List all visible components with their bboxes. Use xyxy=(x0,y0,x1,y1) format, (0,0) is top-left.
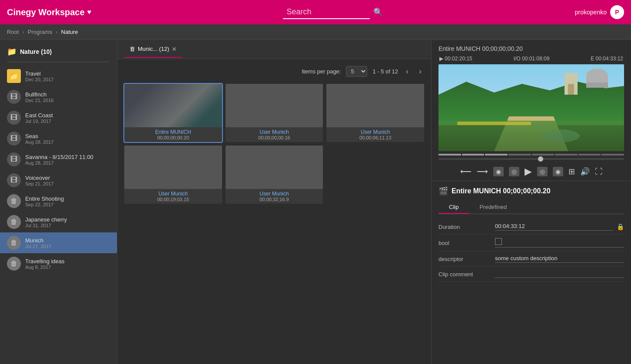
breadcrumb-sep-1: › xyxy=(22,29,24,35)
preview-title: Entire MUNICH 00;00;00;00.20 xyxy=(438,45,624,52)
avatar[interactable]: P xyxy=(610,5,624,19)
sidebar-item-japanesecherry[interactable]: 🗑 Japanese cherry Jul 31, 2017 xyxy=(0,212,117,232)
meta-tabs: Clip Predefined xyxy=(438,201,624,214)
sidebar-divider xyxy=(7,62,110,62)
mark-out-button[interactable]: ◉ xyxy=(553,167,563,176)
breadcrumb-programs[interactable]: Programs xyxy=(28,29,52,35)
video-card-3[interactable]: User Munich 00;00;06;11.13 xyxy=(326,84,424,142)
sidebar-eastcoast-date: Jul 19, 2017 xyxy=(25,119,53,124)
mark-mid2-button[interactable]: ◎ xyxy=(537,167,548,176)
meta-tab-clip[interactable]: Clip xyxy=(438,201,469,214)
scrub-bar[interactable] xyxy=(438,158,624,160)
video-card-4[interactable]: User Munich 00;00;19;03.15 xyxy=(124,146,222,204)
go-start-button[interactable]: ⟵ xyxy=(460,167,472,176)
prog-seg-1 xyxy=(438,154,461,156)
bin-icon-munich: 🗑 xyxy=(7,236,21,250)
search-icon[interactable]: 🔍 xyxy=(373,7,383,17)
folder-icon: 📁 xyxy=(7,47,17,56)
scrub-handle[interactable] xyxy=(538,156,543,162)
right-panel: Entire MUNICH 00;00;00;00.20 ▶ 00:02:20:… xyxy=(431,40,631,364)
descriptor-input[interactable] xyxy=(495,255,624,261)
play-icon: ▶ 00:02:20:15 xyxy=(439,56,472,62)
audio-button[interactable]: 🔊 xyxy=(580,167,590,176)
video-thumb-2 xyxy=(226,84,323,127)
duration-input[interactable] xyxy=(495,223,613,229)
pagination-next-button[interactable]: › xyxy=(416,66,424,77)
tab-munich[interactable]: 🗑 Munic... (12) ✕ xyxy=(124,41,182,58)
duration-value xyxy=(495,223,613,231)
prog-seg-4 xyxy=(508,154,531,156)
sidebar-item-eastcoast[interactable]: 🎞 East Coast Jul 19, 2017 xyxy=(0,107,117,128)
content-area: 🗑 Munic... (12) ✕ Items per page: 5 10 2… xyxy=(117,40,431,364)
metadata-icon: 🎬 xyxy=(438,186,448,196)
breadcrumb-root[interactable]: Root xyxy=(7,29,19,35)
pagination-range: 1 - 5 of 12 xyxy=(372,68,398,75)
progress-bar-area xyxy=(432,151,631,164)
go-end-button[interactable]: ⟶ xyxy=(477,167,488,176)
pagination-prev-button[interactable]: ‹ xyxy=(403,66,411,77)
prog-seg-7 xyxy=(578,154,601,156)
bool-checkbox[interactable] xyxy=(495,238,502,245)
controls-bar: ⟵ ⟶ ◉ ◎ ▶ ◎ ◉ ⊞ 🔊 ⛶ xyxy=(432,164,631,181)
mark-in-button[interactable]: ◉ xyxy=(493,167,504,176)
video-grid: Entire MUNICH 00;00;00;00.20 User Munich… xyxy=(124,84,424,204)
sidebar-travellingideas-name: Travelling ideas xyxy=(25,258,65,265)
meta-field-descriptor: descriptor xyxy=(438,251,624,267)
bin-icon-travellingideas: 🗑 xyxy=(7,257,21,271)
reel-icon-voiceover: 🎞 xyxy=(7,173,21,187)
sidebar-item-savanna[interactable]: 🎞 Savanna - 8/15/2017 11:00 Aug 28, 2017 xyxy=(0,149,117,170)
sidebar-seas-date: Aug 28, 2017 xyxy=(25,139,53,145)
sidebar-item-travel[interactable]: 📁 Travel Dec 20, 2017 xyxy=(0,66,117,86)
mark-mid1-button[interactable]: ◎ xyxy=(509,167,519,176)
app-logo: Cinegy Workspace ♥ xyxy=(7,7,91,17)
preview-video[interactable] xyxy=(438,64,624,151)
video-card-1[interactable]: Entire MUNICH 00;00;00;00.20 xyxy=(124,84,222,142)
sidebar-eastcoast-name: East Coast xyxy=(25,112,53,119)
items-per-page-select[interactable]: 5 10 20 50 xyxy=(346,66,367,77)
sidebar-japanesecherry-date: Jul 31, 2017 xyxy=(25,223,67,228)
folder-icon-travel: 📁 xyxy=(7,69,21,83)
video-card-5-title: User Munich xyxy=(228,191,321,197)
play-button[interactable]: ▶ xyxy=(525,166,532,177)
lock-icon: 🔒 xyxy=(617,223,624,230)
sidebar-entireshooting-date: Sep 22, 2017 xyxy=(25,202,64,207)
sidebar-item-travellingideas[interactable]: 🗑 Travelling ideas Aug 8, 2017 xyxy=(0,253,117,274)
search-input[interactable] xyxy=(283,6,370,19)
video-card-2-title: User Munich xyxy=(228,129,321,135)
fullscreen-button[interactable]: ⛶ xyxy=(595,167,603,176)
image-capture-button[interactable]: ⊞ xyxy=(568,167,575,176)
e-timecode: E 00:04:33:12 xyxy=(591,56,623,62)
sidebar-item-munich[interactable]: 🗑 Munich Jul 27, 2017 xyxy=(0,232,117,253)
video-card-5[interactable]: User Munich 00;00;32;16.9 xyxy=(226,146,323,204)
sidebar-japanesecherry-name: Japanese cherry xyxy=(25,216,67,223)
sidebar-savanna-name: Savanna - 8/15/2017 11:00 xyxy=(25,154,93,160)
metadata-title: 🎬 Entire MUNICH 00;00;00;00.20 xyxy=(438,186,624,196)
sidebar-item-seas[interactable]: 🎞 Seas Aug 28, 2017 xyxy=(0,128,117,149)
preview-section: Entire MUNICH 00;00;00;00.20 ▶ 00:02:20:… xyxy=(432,40,631,151)
video-thumb-3 xyxy=(326,84,424,127)
sidebar-item-voiceover[interactable]: 🎞 Voiceover Sep 21, 2017 xyxy=(0,170,117,191)
video-card-5-time: 00;00;32;16.9 xyxy=(228,197,321,202)
descriptor-label: descriptor xyxy=(438,256,495,262)
bin-icon-entireshooting: 🗑 xyxy=(7,194,21,208)
tab-trash-icon: 🗑 xyxy=(130,46,135,52)
tab-label: Munic... (12) xyxy=(138,46,169,52)
bin-icon-japanesecherry: 🗑 xyxy=(7,215,21,229)
video-card-1-title: Entire MUNICH xyxy=(127,129,219,135)
heart-icon: ♥ xyxy=(87,8,92,16)
sidebar-item-bullfinch[interactable]: 🎞 Bullfinch Dec 21, 2016 xyxy=(0,86,117,107)
sidebar-munich-name: Munich xyxy=(25,237,51,244)
clipcomment-input[interactable] xyxy=(495,270,624,277)
tab-close-button[interactable]: ✕ xyxy=(172,46,177,53)
sidebar-bullfinch-name: Bullfinch xyxy=(25,91,53,98)
timecode-bar: ▶ 00:02:20:15 I/O 00:01:08:09 E 00:04:33… xyxy=(438,56,624,62)
metadata-section: 🎬 Entire MUNICH 00;00;00;00.20 Clip Pred… xyxy=(432,181,631,287)
meta-tab-predefined[interactable]: Predefined xyxy=(469,201,517,214)
video-card-2[interactable]: User Munich 00;00;00;00.16 xyxy=(226,84,323,142)
bool-value xyxy=(495,238,624,248)
tabs-bar: 🗑 Munic... (12) ✕ xyxy=(117,40,431,59)
sidebar-savanna-date: Aug 28, 2017 xyxy=(25,160,93,165)
breadcrumb: Root › Programs › Nature xyxy=(0,24,631,40)
video-card-4-title: User Munich xyxy=(127,191,219,197)
sidebar-item-entireshooting[interactable]: 🗑 Entire Shooting Sep 22, 2017 xyxy=(0,191,117,212)
